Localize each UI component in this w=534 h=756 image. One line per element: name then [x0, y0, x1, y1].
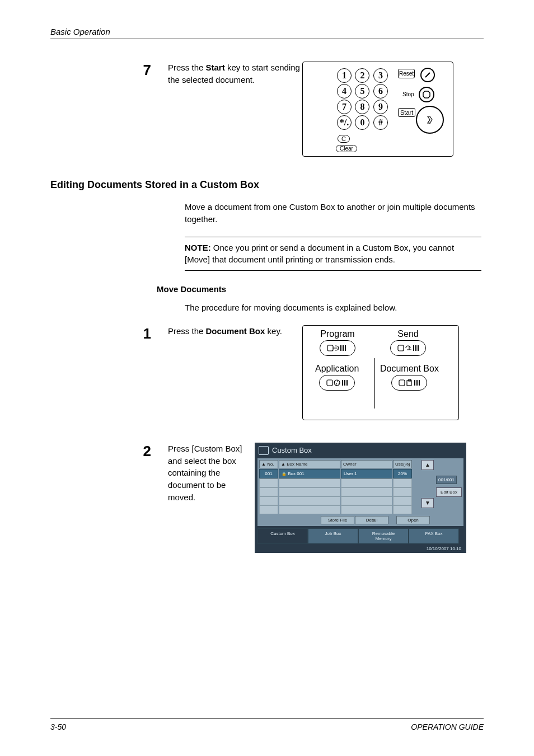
detail-button[interactable]: Detail: [355, 516, 388, 524]
function-keys-illustration: Program Send Application Document Box: [302, 325, 459, 420]
col-header-owner[interactable]: Owner: [341, 460, 392, 468]
key-7[interactable]: 7: [337, 100, 352, 114]
reset-button[interactable]: Reset: [398, 69, 415, 78]
header-rule: [50, 39, 484, 39]
scroll-down-button[interactable]: ▼: [421, 498, 434, 508]
key-8[interactable]: 8: [355, 100, 369, 114]
stop-label: Stop: [402, 91, 414, 97]
svg-rect-6: [327, 380, 332, 386]
section-body: Move a document from one Custom Box to a…: [185, 201, 481, 226]
key-2[interactable]: 2: [355, 68, 369, 83]
key-star[interactable]: */.: [337, 115, 352, 130]
tab-custom-box[interactable]: Custom Box: [257, 528, 308, 544]
custom-box-title: Custom Box: [272, 446, 312, 454]
cell-box-name: 🔒 Box 001: [279, 469, 340, 478]
scroll-up-button[interactable]: ▲: [421, 460, 434, 470]
document-box-label: Document Box: [380, 364, 439, 374]
stop-button[interactable]: [419, 87, 434, 102]
application-button[interactable]: [319, 375, 355, 391]
clear-button[interactable]: Clear: [336, 145, 357, 152]
interrupt-button[interactable]: [420, 68, 435, 82]
tab-job-box[interactable]: Job Box: [308, 528, 358, 544]
key-9[interactable]: 9: [373, 100, 388, 114]
svg-rect-4: [327, 345, 333, 351]
cell-use: 20%: [393, 469, 412, 478]
guide-label: OPERATION GUIDE: [411, 722, 484, 731]
step7-text-bold: Start: [206, 63, 225, 72]
program-label: Program: [320, 329, 355, 339]
svg-rect-8: [399, 380, 405, 386]
note-text: Once you print or send a document in a C…: [185, 243, 454, 265]
document-box-button[interactable]: [391, 375, 427, 391]
move-documents-heading: Move Documents: [157, 284, 484, 294]
step1-text-part2: key.: [265, 326, 282, 336]
custom-box-icon: [259, 446, 269, 455]
touchscreen-timestamp: 10/10/2007 10:10: [257, 544, 463, 551]
page-indicator: 001/001: [436, 476, 457, 484]
tab-fax-box[interactable]: FAX Box: [409, 528, 459, 544]
page-header-breadcrumb: Basic Operation: [50, 27, 484, 36]
step-1-number: 1: [143, 325, 151, 342]
send-button[interactable]: [390, 340, 426, 356]
key-4[interactable]: 4: [337, 84, 352, 98]
application-label: Application: [315, 364, 359, 374]
step-2-text: Press [Custom Box] and select the box co…: [168, 443, 255, 504]
key-hash[interactable]: #: [373, 115, 388, 130]
keypad-illustration: 1 2 3 4 5 6 7 8 9 */. 0 #: [302, 62, 453, 157]
c-button[interactable]: C: [338, 135, 350, 143]
step-7-row: 7 Press the Start key to start sending t…: [50, 62, 484, 157]
store-file-button[interactable]: Store File: [321, 516, 354, 524]
svg-rect-5: [398, 345, 404, 351]
start-label: Start: [398, 108, 415, 117]
step1-text-part0: Press the: [168, 326, 206, 336]
page-footer: 3-50 OPERATION GUIDE: [50, 719, 484, 731]
col-header-box-name[interactable]: ▲ Box Name: [279, 460, 340, 468]
col-header-no[interactable]: ▲ No.: [259, 460, 278, 468]
step-2-row: 2 Press [Custom Box] and select the box …: [50, 443, 484, 553]
svg-marker-2: [428, 116, 432, 123]
col-header-use[interactable]: Use(%): [393, 460, 412, 468]
page-number: 3-50: [50, 722, 66, 731]
table-row[interactable]: 001 🔒 Box 001 User 1 20%: [259, 469, 419, 478]
step7-text-part0: Press the: [168, 63, 206, 72]
svg-marker-1: [423, 91, 430, 98]
program-button[interactable]: [320, 340, 355, 356]
key-5[interactable]: 5: [355, 84, 369, 98]
step-1-row: 1 Press the Document Box key. Program Se…: [50, 325, 484, 420]
cell-owner: User 1: [341, 469, 392, 478]
note-label: NOTE:: [185, 243, 211, 252]
edit-box-button[interactable]: Edit Box: [436, 487, 462, 497]
send-label: Send: [390, 329, 426, 339]
key-6[interactable]: 6: [373, 84, 388, 98]
cell-no: 001: [259, 469, 278, 478]
key-1[interactable]: 1: [337, 68, 352, 83]
tab-removable-memory[interactable]: Removable Memory: [358, 528, 409, 544]
step-7-text: Press the Start key to start sending the…: [168, 62, 302, 86]
step-2-number: 2: [143, 443, 151, 459]
step-1-text: Press the Document Box key.: [168, 325, 302, 337]
start-button[interactable]: [416, 106, 444, 134]
move-documents-intro: The procedure for moving documents is ex…: [185, 302, 481, 314]
key-0[interactable]: 0: [355, 115, 369, 130]
section-heading: Editing Documents Stored in a Custom Box: [50, 179, 484, 191]
svg-line-0: [425, 73, 430, 77]
step-7-number: 7: [143, 62, 151, 78]
key-3[interactable]: 3: [373, 68, 388, 83]
svg-point-3: [429, 123, 430, 124]
step1-text-bold: Document Box: [206, 326, 265, 336]
touchscreen-custom-box: Custom Box ▲ No. ▲ Box Name Owner Use(%)…: [255, 443, 466, 553]
open-button[interactable]: Open: [396, 516, 430, 524]
svg-point-7: [334, 380, 340, 386]
note-block: NOTE: Once you print or send a document …: [185, 237, 481, 271]
